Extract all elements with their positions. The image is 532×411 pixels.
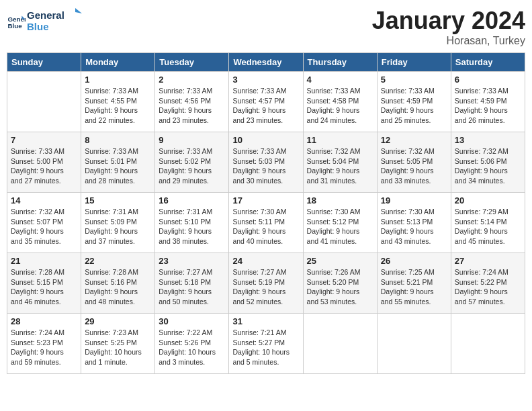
logo-text: General Blue bbox=[27, 7, 87, 37]
day-number: 21 bbox=[11, 256, 77, 266]
day-info: Sunrise: 7:32 AM Sunset: 5:06 PM Dayligh… bbox=[455, 146, 521, 186]
header-cell-friday: Friday bbox=[377, 53, 451, 72]
day-info: Sunrise: 7:26 AM Sunset: 5:20 PM Dayligh… bbox=[307, 267, 373, 307]
day-number: 22 bbox=[85, 256, 151, 266]
day-info: Sunrise: 7:30 AM Sunset: 5:12 PM Dayligh… bbox=[307, 207, 373, 246]
day-info: Sunrise: 7:33 AM Sunset: 4:56 PM Dayligh… bbox=[159, 86, 225, 126]
day-info: Sunrise: 7:30 AM Sunset: 5:11 PM Dayligh… bbox=[232, 207, 299, 246]
day-number: 3 bbox=[232, 75, 299, 85]
calendar-week-1: 1Sunrise: 7:33 AM Sunset: 4:55 PM Daylig… bbox=[7, 72, 525, 132]
calendar-cell: 13Sunrise: 7:32 AM Sunset: 5:06 PM Dayli… bbox=[451, 132, 525, 193]
calendar-cell: 29Sunrise: 7:23 AM Sunset: 5:25 PM Dayli… bbox=[81, 314, 155, 374]
calendar-cell: 3Sunrise: 7:33 AM Sunset: 4:57 PM Daylig… bbox=[229, 72, 303, 132]
calendar-cell: 24Sunrise: 7:27 AM Sunset: 5:19 PM Dayli… bbox=[229, 253, 303, 314]
calendar-cell bbox=[7, 72, 81, 132]
day-number: 6 bbox=[455, 75, 521, 85]
day-number: 16 bbox=[159, 195, 225, 205]
header-row: SundayMondayTuesdayWednesdayThursdayFrid… bbox=[7, 53, 525, 72]
day-number: 12 bbox=[381, 135, 447, 145]
day-number: 29 bbox=[85, 316, 151, 326]
calendar-cell: 14Sunrise: 7:32 AM Sunset: 5:07 PM Dayli… bbox=[7, 193, 81, 253]
day-number: 9 bbox=[159, 135, 225, 145]
calendar-cell: 9Sunrise: 7:33 AM Sunset: 5:02 PM Daylig… bbox=[155, 132, 229, 193]
calendar-cell bbox=[451, 314, 525, 374]
calendar-cell: 12Sunrise: 7:32 AM Sunset: 5:05 PM Dayli… bbox=[377, 132, 451, 193]
day-info: Sunrise: 7:30 AM Sunset: 5:13 PM Dayligh… bbox=[381, 207, 447, 246]
svg-text:Blue: Blue bbox=[27, 21, 49, 32]
calendar-cell: 20Sunrise: 7:29 AM Sunset: 5:14 PM Dayli… bbox=[451, 193, 525, 253]
logo-icon: General Blue bbox=[7, 12, 26, 31]
calendar-cell: 17Sunrise: 7:30 AM Sunset: 5:11 PM Dayli… bbox=[229, 193, 303, 253]
day-number: 11 bbox=[307, 135, 373, 145]
day-number: 10 bbox=[232, 135, 299, 145]
day-number: 18 bbox=[307, 195, 373, 205]
location: Horasan, Turkey bbox=[372, 35, 525, 47]
day-info: Sunrise: 7:27 AM Sunset: 5:18 PM Dayligh… bbox=[159, 267, 225, 307]
day-info: Sunrise: 7:33 AM Sunset: 5:01 PM Dayligh… bbox=[85, 146, 151, 186]
calendar-cell: 4Sunrise: 7:33 AM Sunset: 4:58 PM Daylig… bbox=[303, 72, 377, 132]
day-number: 7 bbox=[11, 135, 77, 145]
calendar-cell: 23Sunrise: 7:27 AM Sunset: 5:18 PM Dayli… bbox=[155, 253, 229, 314]
header-cell-tuesday: Tuesday bbox=[155, 53, 229, 72]
header-cell-sunday: Sunday bbox=[7, 53, 81, 72]
calendar-week-3: 14Sunrise: 7:32 AM Sunset: 5:07 PM Dayli… bbox=[7, 193, 525, 253]
day-info: Sunrise: 7:25 AM Sunset: 5:21 PM Dayligh… bbox=[381, 267, 447, 307]
calendar-week-4: 21Sunrise: 7:28 AM Sunset: 5:15 PM Dayli… bbox=[7, 253, 525, 314]
title-block: January 2024 Horasan, Turkey bbox=[372, 7, 525, 47]
header-cell-monday: Monday bbox=[81, 53, 155, 72]
day-info: Sunrise: 7:24 AM Sunset: 5:22 PM Dayligh… bbox=[455, 267, 521, 307]
day-info: Sunrise: 7:33 AM Sunset: 4:58 PM Dayligh… bbox=[307, 86, 373, 126]
day-info: Sunrise: 7:32 AM Sunset: 5:07 PM Dayligh… bbox=[11, 207, 77, 246]
svg-text:General: General bbox=[27, 9, 64, 21]
day-info: Sunrise: 7:33 AM Sunset: 4:57 PM Dayligh… bbox=[232, 86, 299, 126]
day-number: 8 bbox=[85, 135, 151, 145]
day-number: 30 bbox=[159, 316, 225, 326]
calendar-cell: 8Sunrise: 7:33 AM Sunset: 5:01 PM Daylig… bbox=[81, 132, 155, 193]
day-info: Sunrise: 7:31 AM Sunset: 5:10 PM Dayligh… bbox=[159, 207, 225, 246]
calendar-table: SundayMondayTuesdayWednesdayThursdayFrid… bbox=[7, 52, 525, 374]
day-number: 2 bbox=[159, 75, 225, 85]
calendar-cell: 15Sunrise: 7:31 AM Sunset: 5:09 PM Dayli… bbox=[81, 193, 155, 253]
calendar-cell: 31Sunrise: 7:21 AM Sunset: 5:27 PM Dayli… bbox=[229, 314, 303, 374]
svg-marker-4 bbox=[75, 8, 82, 13]
calendar-cell bbox=[303, 314, 377, 374]
day-number: 31 bbox=[232, 316, 299, 326]
calendar-cell: 10Sunrise: 7:33 AM Sunset: 5:03 PM Dayli… bbox=[229, 132, 303, 193]
calendar-cell: 18Sunrise: 7:30 AM Sunset: 5:12 PM Dayli… bbox=[303, 193, 377, 253]
day-info: Sunrise: 7:29 AM Sunset: 5:14 PM Dayligh… bbox=[455, 207, 521, 246]
day-info: Sunrise: 7:23 AM Sunset: 5:25 PM Dayligh… bbox=[85, 328, 151, 367]
day-info: Sunrise: 7:33 AM Sunset: 5:00 PM Dayligh… bbox=[11, 146, 77, 186]
calendar-cell: 25Sunrise: 7:26 AM Sunset: 5:20 PM Dayli… bbox=[303, 253, 377, 314]
day-number: 27 bbox=[455, 256, 521, 266]
day-number: 15 bbox=[85, 195, 151, 205]
page-header: General Blue General Blue January 2024 H… bbox=[7, 7, 525, 47]
calendar-cell: 19Sunrise: 7:30 AM Sunset: 5:13 PM Dayli… bbox=[377, 193, 451, 253]
day-info: Sunrise: 7:31 AM Sunset: 5:09 PM Dayligh… bbox=[85, 207, 151, 246]
calendar-cell: 11Sunrise: 7:32 AM Sunset: 5:04 PM Dayli… bbox=[303, 132, 377, 193]
calendar-cell: 26Sunrise: 7:25 AM Sunset: 5:21 PM Dayli… bbox=[377, 253, 451, 314]
calendar-body: 1Sunrise: 7:33 AM Sunset: 4:55 PM Daylig… bbox=[7, 72, 525, 374]
day-number: 14 bbox=[11, 195, 77, 205]
day-info: Sunrise: 7:28 AM Sunset: 5:15 PM Dayligh… bbox=[11, 267, 77, 307]
calendar-cell: 2Sunrise: 7:33 AM Sunset: 4:56 PM Daylig… bbox=[155, 72, 229, 132]
month-title: January 2024 bbox=[372, 7, 525, 35]
day-info: Sunrise: 7:27 AM Sunset: 5:19 PM Dayligh… bbox=[232, 267, 299, 307]
calendar-cell: 16Sunrise: 7:31 AM Sunset: 5:10 PM Dayli… bbox=[155, 193, 229, 253]
day-info: Sunrise: 7:32 AM Sunset: 5:05 PM Dayligh… bbox=[381, 146, 447, 186]
header-cell-wednesday: Wednesday bbox=[229, 53, 303, 72]
logo: General Blue General Blue bbox=[7, 7, 87, 37]
day-info: Sunrise: 7:33 AM Sunset: 4:59 PM Dayligh… bbox=[455, 86, 521, 126]
calendar-cell: 21Sunrise: 7:28 AM Sunset: 5:15 PM Dayli… bbox=[7, 253, 81, 314]
calendar-cell: 27Sunrise: 7:24 AM Sunset: 5:22 PM Dayli… bbox=[451, 253, 525, 314]
calendar-cell: 22Sunrise: 7:28 AM Sunset: 5:16 PM Dayli… bbox=[81, 253, 155, 314]
calendar-cell: 6Sunrise: 7:33 AM Sunset: 4:59 PM Daylig… bbox=[451, 72, 525, 132]
day-info: Sunrise: 7:33 AM Sunset: 5:02 PM Dayligh… bbox=[159, 146, 225, 186]
day-number: 19 bbox=[381, 195, 447, 205]
calendar-cell bbox=[377, 314, 451, 374]
day-info: Sunrise: 7:24 AM Sunset: 5:23 PM Dayligh… bbox=[11, 328, 77, 367]
day-number: 4 bbox=[307, 75, 373, 85]
day-info: Sunrise: 7:33 AM Sunset: 4:55 PM Dayligh… bbox=[85, 86, 151, 126]
header-cell-saturday: Saturday bbox=[451, 53, 525, 72]
calendar-cell: 7Sunrise: 7:33 AM Sunset: 5:00 PM Daylig… bbox=[7, 132, 81, 193]
day-number: 13 bbox=[455, 135, 521, 145]
